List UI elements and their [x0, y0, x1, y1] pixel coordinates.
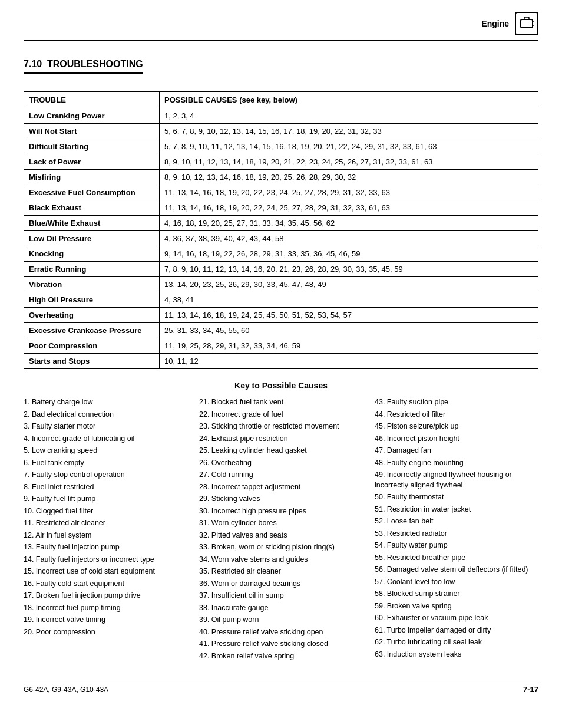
- footer-model-numbers: G6-42A, G9-43A, G10-43A: [24, 686, 108, 694]
- table-row: Overheating11, 13, 14, 16, 18, 19, 24, 2…: [24, 308, 538, 323]
- table-row: Knocking9, 14, 16, 18, 19, 22, 26, 28, 2…: [24, 246, 538, 262]
- list-item: 17. Broken fuel injection pump drive: [24, 591, 187, 601]
- trouble-causes: 9, 14, 16, 18, 19, 22, 26, 28, 29, 31, 3…: [160, 246, 538, 262]
- trouble-name: Misfiring: [24, 170, 160, 185]
- list-item: 48. Faulty engine mounting: [375, 458, 538, 469]
- list-item: 5. Low cranking speed: [24, 446, 187, 456]
- table-row: Excessive Fuel Consumption11, 13, 14, 16…: [24, 185, 538, 200]
- table-row: Difficult Starting5, 7, 8, 9, 10, 11, 12…: [24, 139, 538, 154]
- table-row: Lack of Power8, 9, 10, 11, 12, 13, 14, 1…: [24, 154, 538, 170]
- trouble-causes: 13, 14, 20, 23, 25, 26, 29, 30, 33, 45, …: [160, 277, 538, 292]
- list-item: 14. Faulty fuel injectors or incorrect t…: [24, 555, 187, 565]
- key-title: Key to Possible Causes: [24, 381, 538, 390]
- list-item: 42. Broken relief valve spring: [199, 651, 363, 662]
- list-item: 46. Incorrect piston height: [375, 434, 538, 444]
- key-columns: 1. Battery charge low2. Bad electrical c…: [24, 397, 538, 663]
- trouble-causes: 1, 2, 3, 4: [160, 108, 538, 124]
- trouble-name: Low Cranking Power: [24, 108, 160, 124]
- table-row: Low Oil Pressure4, 36, 37, 38, 39, 40, 4…: [24, 231, 538, 246]
- trouble-causes: 5, 6, 7, 8, 9, 10, 12, 13, 14, 15, 16, 1…: [160, 124, 538, 139]
- list-item: 25. Leaking cylinder head gasket: [199, 446, 363, 456]
- trouble-causes: 11, 13, 14, 16, 18, 19, 24, 25, 45, 50, …: [160, 308, 538, 323]
- list-item: 49. Incorrectly aligned flywheel housing…: [375, 470, 538, 490]
- list-item: 2. Bad electrical connection: [24, 410, 187, 420]
- list-item: 52. Loose fan belt: [375, 516, 538, 527]
- key-col2: 21. Blocked fuel tank vent22. Incorrect …: [199, 397, 363, 663]
- trouble-name: Will Not Start: [24, 124, 160, 139]
- list-item: 29. Sticking valves: [199, 494, 363, 505]
- page-header: Engine: [24, 12, 538, 41]
- list-item: 61. Turbo impeller damaged or dirty: [375, 625, 538, 636]
- list-item: 26. Overheating: [199, 458, 363, 469]
- list-item: 32. Pitted valves and seats: [199, 531, 363, 541]
- list-item: 33. Broken, worn or sticking piston ring…: [199, 542, 363, 553]
- list-item: 35. Restricted air cleaner: [199, 566, 363, 577]
- list-item: 41. Pressure relief valve sticking close…: [199, 639, 363, 650]
- list-item: 11. Restricted air cleaner: [24, 518, 187, 529]
- list-item: 34. Worn valve stems and guides: [199, 555, 363, 565]
- trouble-causes: 11, 13, 14, 16, 18, 19, 20, 22, 23, 24, …: [160, 185, 538, 200]
- list-item: 22. Incorrect grade of fuel: [199, 410, 363, 420]
- list-item: 54. Faulty water pump: [375, 541, 538, 551]
- list-item: 6. Fuel tank empty: [24, 458, 187, 469]
- list-item: 15. Incorrect use of cold start equipmen…: [24, 566, 187, 577]
- trouble-name: Blue/White Exhaust: [24, 216, 160, 231]
- list-item: 63. Induction system leaks: [375, 650, 538, 660]
- trouble-name: Vibration: [24, 277, 160, 292]
- table-row: Erratic Running7, 8, 9, 10, 11, 12, 13, …: [24, 262, 538, 277]
- trouble-name: Low Oil Pressure: [24, 231, 160, 246]
- table-row: Misfiring8, 9, 10, 12, 13, 14, 16, 18, 1…: [24, 170, 538, 185]
- list-item: 59. Broken valve spring: [375, 601, 538, 612]
- list-item: 44. Restricted oil filter: [375, 410, 538, 420]
- list-item: 56. Damaged valve stem oil deflectors (i…: [375, 565, 538, 575]
- list-item: 24. Exhaust pipe restriction: [199, 434, 363, 444]
- list-item: 1. Battery charge low: [24, 397, 187, 408]
- list-item: 45. Piston seizure/pick up: [375, 421, 538, 432]
- list-item: 18. Incorrect fuel pump timing: [24, 603, 187, 614]
- list-item: 39. Oil pump worn: [199, 615, 363, 625]
- list-item: 37. Insufficient oil in sump: [199, 591, 363, 601]
- trouble-causes: 4, 36, 37, 38, 39, 40, 42, 43, 44, 58: [160, 231, 538, 246]
- engine-label: Engine: [481, 19, 509, 28]
- list-item: 10. Clogged fuel filter: [24, 506, 187, 517]
- trouble-causes: 8, 9, 10, 11, 12, 13, 14, 18, 19, 20, 21…: [160, 154, 538, 170]
- list-item: 16. Faulty cold start equipment: [24, 579, 187, 589]
- section-title: 7.10 TROUBLESHOOTING: [24, 59, 143, 74]
- engine-icon: [515, 12, 538, 35]
- trouble-name: Difficult Starting: [24, 139, 160, 154]
- list-item: 36. Worn or damaged bearings: [199, 579, 363, 589]
- trouble-name: Lack of Power: [24, 154, 160, 170]
- table-row: Vibration13, 14, 20, 23, 25, 26, 29, 30,…: [24, 277, 538, 292]
- trouble-causes: 4, 38, 41: [160, 292, 538, 308]
- list-item: 43. Faulty suction pipe: [375, 397, 538, 408]
- col1-header: TROUBLE: [24, 92, 160, 108]
- table-row: Black Exhaust11, 13, 14, 16, 18, 19, 20,…: [24, 200, 538, 216]
- list-item: 40. Pressure relief valve sticking open: [199, 627, 363, 638]
- list-item: 13. Faulty fuel injection pump: [24, 542, 187, 553]
- trouble-causes: 5, 7, 8, 9, 10, 11, 12, 13, 14, 15, 16, …: [160, 139, 538, 154]
- list-item: 50. Faulty thermostat: [375, 492, 538, 503]
- table-row: High Oil Pressure4, 38, 41: [24, 292, 538, 308]
- trouble-causes: 11, 13, 14, 16, 18, 19, 20, 22, 24, 25, …: [160, 200, 538, 216]
- table-row: Poor Compression11, 19, 25, 28, 29, 31, …: [24, 338, 538, 354]
- table-row: Excessive Crankcase Pressure25, 31, 33, …: [24, 323, 538, 338]
- list-item: 58. Blocked sump strainer: [375, 589, 538, 599]
- list-item: 57. Coolant level too low: [375, 577, 538, 588]
- trouble-name: High Oil Pressure: [24, 292, 160, 308]
- list-item: 51. Restriction in water jacket: [375, 505, 538, 515]
- table-row: Starts and Stops10, 11, 12: [24, 354, 538, 369]
- list-item: 12. Air in fuel system: [24, 531, 187, 541]
- trouble-causes: 25, 31, 33, 34, 45, 55, 60: [160, 323, 538, 338]
- list-item: 19. Incorrect valve timing: [24, 615, 187, 625]
- key-col3: 43. Faulty suction pipe44. Restricted oi…: [375, 397, 538, 663]
- list-item: 53. Restricted radiator: [375, 529, 538, 539]
- list-item: 55. Restricted breather pipe: [375, 553, 538, 564]
- trouble-table: TROUBLE POSSIBLE CAUSES (see key, below)…: [24, 91, 538, 369]
- list-item: 27. Cold running: [199, 470, 363, 480]
- list-item: 9. Faulty fuel lift pump: [24, 494, 187, 505]
- trouble-causes: 11, 19, 25, 28, 29, 31, 32, 33, 34, 46, …: [160, 338, 538, 354]
- list-item: 28. Incorrect tappet adjustment: [199, 482, 363, 493]
- list-item: 47. Damaged fan: [375, 446, 538, 456]
- trouble-causes: 4, 16, 18, 19, 20, 25, 27, 31, 33, 34, 3…: [160, 216, 538, 231]
- table-row: Will Not Start5, 6, 7, 8, 9, 10, 12, 13,…: [24, 124, 538, 139]
